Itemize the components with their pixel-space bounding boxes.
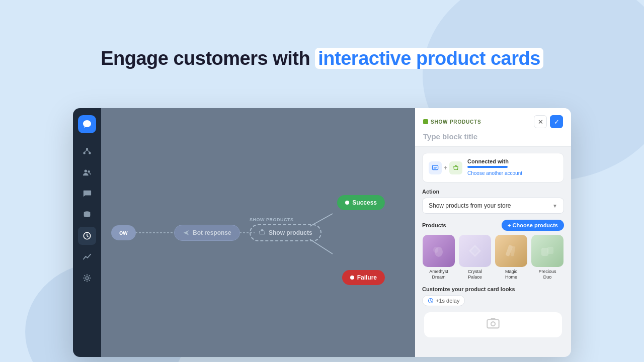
product-card-magic[interactable]: MagicHome: [495, 235, 528, 280]
flow-node[interactable]: ow: [111, 225, 136, 240]
sidebar-item-clock[interactable]: [78, 227, 96, 245]
delay-badge[interactable]: +1s delay: [422, 295, 465, 306]
magic-shape: [501, 241, 521, 261]
connected-bar: [467, 166, 508, 168]
sidebar-item-users[interactable]: [78, 163, 96, 182]
chevron-down-icon: ▼: [552, 203, 557, 209]
product-name-amethyst: AmethystDream: [429, 269, 448, 280]
org-icon: [83, 147, 92, 156]
customize-section: Customize your product card looks +1s de…: [422, 286, 564, 306]
product-name-crystal: CrystalPalace: [468, 269, 482, 280]
connected-icons: +: [429, 161, 462, 174]
choose-products-button[interactable]: + Choose products: [502, 220, 564, 231]
bot-response-label: Bot response: [193, 229, 231, 236]
svg-point-23: [491, 322, 495, 326]
preview-placeholder-icon: [486, 316, 500, 333]
show-products-label: Show products: [269, 229, 312, 236]
headline: Engage customers with interactive produc…: [0, 48, 644, 69]
product-img-magic: [495, 235, 527, 267]
failure-node[interactable]: Failure: [342, 270, 385, 285]
product-img-crystal: [459, 235, 491, 267]
amethyst-shape: [429, 241, 449, 261]
sidebar-logo[interactable]: [78, 115, 96, 133]
connected-box: + Connected with Choose another account: [422, 153, 564, 183]
svg-line-3: [85, 150, 87, 152]
sidebar-item-org[interactable]: [78, 142, 96, 160]
sidebar-item-database[interactable]: [78, 206, 96, 224]
confirm-button[interactable]: ✓: [550, 115, 563, 128]
svg-point-9: [86, 277, 88, 279]
sidebar-item-settings[interactable]: [78, 269, 96, 287]
product-card-precious[interactable]: PreciousDuo: [531, 235, 564, 280]
product-img-precious: [531, 235, 564, 267]
delay-badge-label: +1s delay: [436, 298, 459, 304]
chat-bubble-icon: [83, 189, 92, 198]
svg-point-16: [433, 247, 438, 253]
preview-card: [424, 312, 562, 337]
analytics-icon: [83, 252, 92, 261]
product-grid: AmethystDream CrystalPalace: [422, 235, 564, 280]
shop-icon-svg: [452, 164, 459, 171]
action-selected: Show products from your store: [429, 202, 511, 209]
headline-highlight: interactive product cards: [315, 48, 543, 69]
close-button[interactable]: ✕: [534, 115, 547, 128]
svg-line-4: [87, 150, 90, 152]
svg-line-13: [310, 239, 333, 254]
panel-tag-label: SHOW PRODUCTS: [431, 119, 481, 125]
camera-icon: [486, 316, 500, 330]
success-dot: [345, 201, 349, 205]
connected-text: Connected with Choose another account: [467, 158, 557, 177]
products-section: Products + Choose products: [422, 220, 564, 280]
failure-label: Failure: [357, 274, 377, 281]
choose-account-link[interactable]: Choose another account: [467, 170, 522, 176]
svg-point-2: [89, 152, 91, 154]
clock-delay-icon: [428, 298, 434, 304]
product-img-amethyst: [423, 235, 455, 267]
chat-logo-icon: [82, 119, 92, 129]
product-card-amethyst[interactable]: AmethystDream: [422, 235, 455, 280]
panel-actions: ✕ ✓: [534, 115, 563, 128]
product-card-crystal[interactable]: CrystalPalace: [458, 235, 492, 280]
svg-rect-20: [547, 247, 553, 254]
product-name-precious: PreciousDuo: [538, 269, 556, 280]
right-panel: SHOW PRODUCTS ✕ ✓: [415, 108, 571, 357]
svg-point-1: [83, 152, 86, 154]
failure-dot: [350, 276, 354, 280]
node-tag-label: SHOW PRODUCTS: [250, 217, 294, 222]
panel-header: SHOW PRODUCTS ✕ ✓: [415, 108, 571, 147]
send-icon: [183, 229, 190, 236]
crystal-shape: [465, 241, 485, 261]
sidebar-item-analytics[interactable]: [78, 248, 96, 266]
svg-rect-14: [432, 165, 438, 169]
database-icon: [83, 210, 92, 219]
products-label: Products: [422, 222, 446, 228]
plus-separator: +: [444, 164, 447, 171]
bot-response-node[interactable]: Bot response: [174, 225, 240, 241]
shop-node-icon: [259, 229, 266, 236]
svg-rect-22: [487, 320, 499, 328]
chat-icon-svg: [432, 164, 439, 171]
panel-body: + Connected with Choose another account: [415, 147, 571, 343]
show-products-node[interactable]: Show products: [250, 224, 321, 241]
sidebar: [73, 108, 101, 357]
action-section: Action Show products from your store ▼: [422, 189, 564, 214]
sidebar-item-chat[interactable]: [78, 185, 96, 203]
settings-icon: [83, 274, 92, 283]
success-node[interactable]: Success: [337, 195, 385, 210]
main-window: SHOW PRODUCTS ow Bot response Show produ…: [73, 108, 571, 357]
shopify-platform-icon: [449, 161, 462, 174]
users-icon: [83, 168, 92, 177]
customize-label: Customize your product card looks: [422, 286, 564, 292]
svg-point-0: [86, 148, 89, 150]
connected-label: Connected with: [467, 158, 557, 164]
block-title-input[interactable]: [423, 132, 563, 141]
canvas-area: SHOW PRODUCTS ow Bot response Show produ…: [101, 108, 415, 357]
clock-icon: [83, 231, 92, 240]
svg-rect-19: [541, 248, 548, 256]
flow-node-label: ow: [119, 229, 128, 236]
action-dropdown[interactable]: Show products from your store ▼: [422, 198, 564, 214]
panel-tag-dot: [423, 119, 428, 124]
precious-shape: [537, 241, 557, 261]
action-label: Action: [422, 189, 564, 195]
products-header: Products + Choose products: [422, 220, 564, 231]
